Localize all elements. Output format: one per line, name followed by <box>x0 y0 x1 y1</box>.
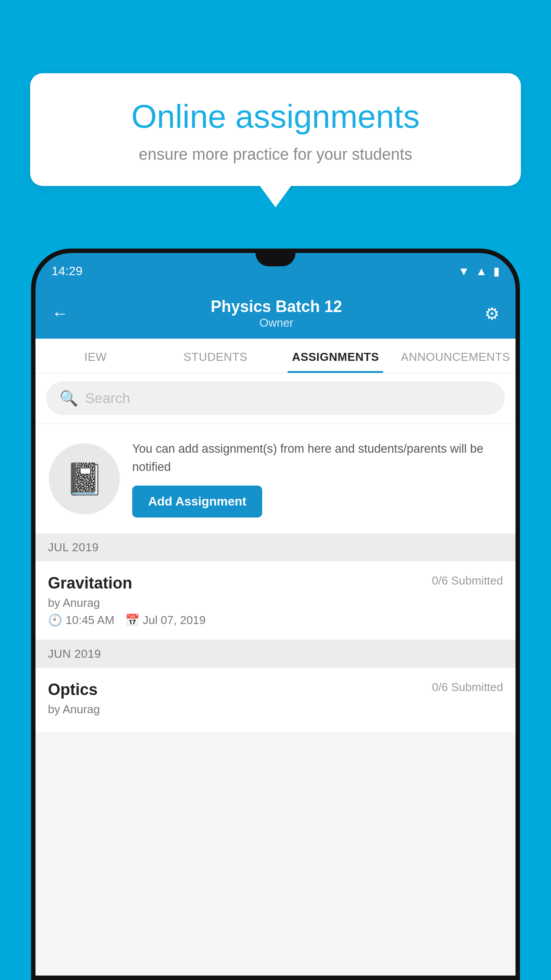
bubble-title: Online assignments <box>57 98 494 135</box>
search-input[interactable]: Search <box>85 390 130 407</box>
signal-icon: ▲ <box>476 265 487 278</box>
section-header-jul: JUL 2019 <box>35 533 516 561</box>
info-box: 📓 You can add assignment(s) from here an… <box>35 424 516 533</box>
tab-iew[interactable]: IEW <box>35 339 156 373</box>
search-bar-wrap: 🔍 Search <box>35 373 516 423</box>
tab-students[interactable]: STUDENTS <box>156 339 276 373</box>
notebook-icon: 📓 <box>65 461 104 497</box>
clock-icon: 🕙 <box>48 613 62 627</box>
assignment-item-gravitation[interactable]: Gravitation 0/6 Submitted by Anurag 🕙 10… <box>35 561 516 640</box>
assignment-name: Gravitation <box>48 574 132 593</box>
assignment-by: by Anurag <box>48 596 503 610</box>
screen-content: 🔍 Search 📓 You can add assignment(s) fro… <box>35 373 516 980</box>
assignment-meta: 🕙 10:45 AM 📅 Jul 07, 2019 <box>48 613 503 627</box>
app-header: ← Physics Batch 12 Owner ⚙ <box>35 289 516 339</box>
tab-announcements[interactable]: ANNOUNCEMENTS <box>396 339 516 373</box>
batch-title: Physics Batch 12 <box>211 297 342 316</box>
assignment-by-optics: by Anurag <box>48 703 503 716</box>
status-icons: ▼ ▲ ▮ <box>458 265 500 278</box>
back-button[interactable]: ← <box>51 304 68 323</box>
info-text-block: You can add assignment(s) from here and … <box>132 440 502 518</box>
calendar-icon: 📅 <box>125 613 139 627</box>
bubble-subtitle: ensure more practice for your students <box>57 145 494 164</box>
assignment-name-optics: Optics <box>48 680 98 699</box>
assignment-date: 📅 Jul 07, 2019 <box>125 613 206 627</box>
section-header-jun: JUN 2019 <box>35 640 516 668</box>
status-bar: 14:29 ▼ ▲ ▮ <box>35 253 516 289</box>
notebook-icon-circle: 📓 <box>49 443 120 514</box>
header-title-block: Physics Batch 12 Owner <box>211 297 342 330</box>
info-description: You can add assignment(s) from here and … <box>132 440 502 476</box>
search-icon: 🔍 <box>59 389 78 407</box>
assignment-submitted: 0/6 Submitted <box>432 574 503 588</box>
assignment-top-row: Gravitation 0/6 Submitted <box>48 574 503 593</box>
assignment-time: 🕙 10:45 AM <box>48 613 114 627</box>
settings-icon[interactable]: ⚙ <box>484 304 500 324</box>
assignment-submitted-optics: 0/6 Submitted <box>432 680 503 694</box>
add-assignment-button[interactable]: Add Assignment <box>132 486 262 518</box>
phone-frame: 14:29 ▼ ▲ ▮ ← Physics Batch 12 Owner ⚙ I… <box>31 249 520 980</box>
tab-assignments[interactable]: ASSIGNMENTS <box>276 339 396 373</box>
notch <box>256 253 295 266</box>
wifi-icon: ▼ <box>458 265 470 278</box>
assignment-top-row-optics: Optics 0/6 Submitted <box>48 680 503 699</box>
time-value: 10:45 AM <box>66 613 114 627</box>
speech-bubble: Online assignments ensure more practice … <box>30 73 521 186</box>
assignment-item-optics[interactable]: Optics 0/6 Submitted by Anurag <box>35 668 516 733</box>
batch-role: Owner <box>211 316 342 330</box>
date-value: Jul 07, 2019 <box>143 613 206 627</box>
battery-icon: ▮ <box>493 265 500 278</box>
status-time: 14:29 <box>51 264 83 278</box>
tabs-bar: IEW STUDENTS ASSIGNMENTS ANNOUNCEMENTS <box>35 339 516 373</box>
search-bar[interactable]: 🔍 Search <box>46 381 505 415</box>
